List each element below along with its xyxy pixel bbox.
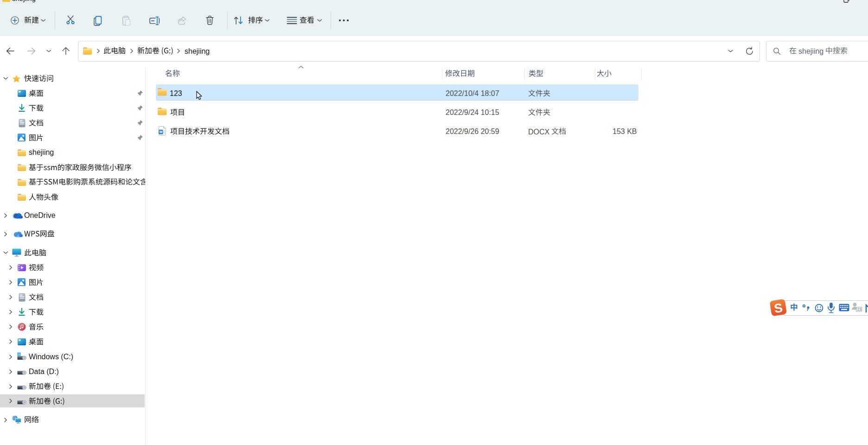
svg-text:21: 21 — [857, 307, 862, 312]
svg-text:W: W — [159, 130, 163, 134]
